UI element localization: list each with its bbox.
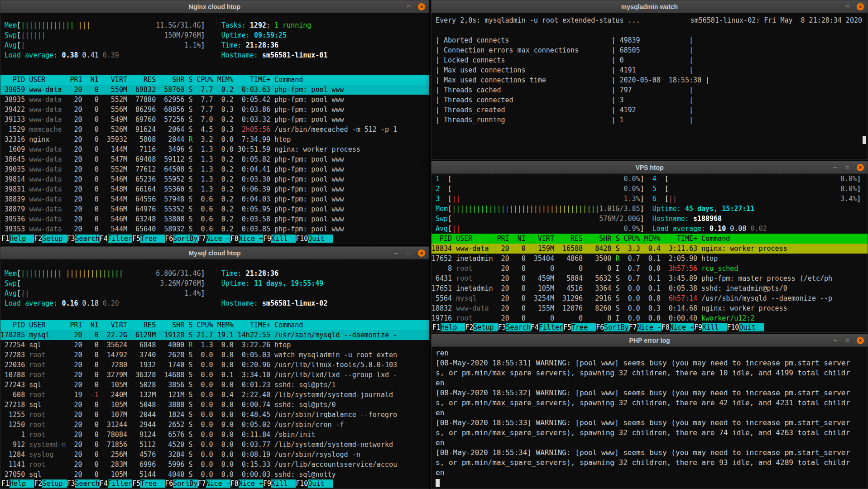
fkey-f6[interactable]: F6SortBy — [165, 479, 197, 488]
terminal-mysql-htop[interactable]: Mem[|||||||||| ||||||||||||||6.80G/31.4G… — [0, 259, 429, 489]
fkey-f10[interactable]: F10Quit — [727, 323, 763, 331]
fkey-f6[interactable]: F6SortBy — [165, 235, 197, 243]
process-row[interactable]: 27243 sql 20 0 105M 5028 3856 S 0.0 0.0 … — [0, 380, 429, 390]
process-row[interactable]: 608 root 19 -1 240M 132M 121M S 0.0 0.4 … — [0, 390, 429, 400]
fkey-f6[interactable]: F6SortBy — [596, 323, 628, 331]
process-row[interactable]: 8 root 20 0 0 0 0 I 0.7 0.0 3h57:56 rcu_… — [432, 264, 868, 273]
process-row[interactable]: 912 systemd-n 20 0 71856 5112 4520 S 0.0… — [0, 440, 429, 450]
fkey-f7[interactable]: F7Nice - — [198, 235, 230, 243]
process-row[interactable]: 39035 www-data 20 0 552M 77612 64508 S 1… — [0, 164, 429, 174]
process-row[interactable]: 1141 root 20 0 283M 6996 5996 S 0.0 0.0 … — [0, 460, 429, 470]
close-icon[interactable]: × — [418, 249, 425, 257]
fkey-f8[interactable]: F8Nice + — [230, 479, 263, 488]
process-row[interactable]: 38935 www-data 20 0 552M 77880 62956 S 7… — [0, 95, 429, 105]
minimize-icon[interactable]: – — [393, 3, 400, 10]
table-header-row[interactable]: PID USER PRI NI VIRT RES SHR S CPU% MEM%… — [0, 75, 429, 85]
fkey-f8[interactable]: F8Nice + — [662, 323, 694, 331]
maximize-icon[interactable]: □ — [844, 164, 851, 171]
process-row[interactable]: 1 root 20 0 78084 9124 6576 S 0.0 0.0 0:… — [0, 430, 429, 440]
process-row[interactable]: 38645 www-data 20 0 547M 69408 59112 S 1… — [0, 154, 429, 164]
process-row[interactable]: 1284 syslog 20 0 256M 4576 3284 S 0.0 0.… — [0, 450, 429, 460]
process-row[interactable]: 6431 root 20 0 459M 5884 5632 S 0.7 0.1 … — [432, 273, 868, 283]
process-row[interactable]: 1529 memcache 20 0 526M 91624 2064 S 4.5… — [0, 125, 429, 134]
process-row[interactable]: 22036 root 20 0 7280 1932 1740 S 0.0 0.0… — [0, 360, 429, 370]
process-row[interactable]: 27254 sql 20 0 35624 6848 4000 R 1.3 0.0… — [0, 340, 429, 350]
process-row[interactable]: 39133 www-data 20 0 549M 69760 57256 S 7… — [0, 115, 429, 125]
process-row[interactable]: 10788 root 20 0 3279M 36328 14688 S 0.0 … — [0, 370, 429, 380]
table-header-row[interactable]: PID USER PRI NI VIRT RES SHR S CPU% MEM%… — [0, 320, 429, 330]
process-row[interactable]: 27218 sql 20 0 105M 5048 3888 S 0.0 0.0 … — [0, 400, 429, 410]
maximize-icon[interactable]: □ — [405, 3, 412, 10]
fkey-f4[interactable]: F4Filter — [531, 323, 563, 331]
terminal-nginx-htop[interactable]: Mem[||||||||||||| |||11.5G/31.4G]Tasks: … — [0, 13, 429, 244]
close-icon[interactable]: × — [857, 3, 864, 10]
close-icon[interactable]: × — [857, 164, 864, 171]
terminal-php-error-log[interactable]: ren [08-May-2020 18:55:31] WARNING: [poo… — [432, 347, 868, 489]
terminal-vps-htop[interactable]: 1 [0.0%]4 [0.0%]2 [0.0%]5 [0.0%]3 [||1.3… — [432, 174, 868, 332]
cell-res: 65236 — [131, 175, 160, 183]
fkey-f1[interactable]: F1Help — [432, 323, 465, 331]
minimize-icon[interactable]: – — [393, 249, 400, 257]
fkey-f2[interactable]: F2Setup — [34, 235, 67, 243]
process-row[interactable]: 1609 www-data 20 0 144M 7116 3496 S 1.3 … — [0, 144, 429, 154]
titlebar[interactable]: Mysql cloud htop – □ × — [0, 247, 429, 259]
fkey-f4[interactable]: F4Filter — [100, 235, 132, 243]
fkey-label: Filter — [108, 235, 132, 243]
process-row[interactable]: 39536 www-data 20 0 546M 63248 53808 S 0… — [0, 214, 429, 224]
fkey-f5[interactable]: F5Tree — [132, 235, 165, 243]
titlebar[interactable]: Nginx cloud htop – □ × — [0, 0, 429, 13]
fkey-f4[interactable]: F4Filter — [100, 479, 132, 488]
cell-s: S — [188, 185, 197, 193]
fkey-f5[interactable]: F5Tree — [132, 479, 165, 488]
process-row[interactable]: 38879 www-data 20 0 546M 64976 55352 S 0… — [0, 204, 429, 214]
minimize-icon[interactable]: – — [831, 164, 839, 171]
fkey-f7[interactable]: F7Nice - — [198, 479, 230, 488]
process-row[interactable]: 18832 www-data 20 0 155M 12076 8260 S 0.… — [432, 303, 868, 313]
process-row[interactable]: 17651 inetadmin 20 0 105M 4516 3364 S 0.… — [432, 283, 868, 293]
minimize-icon[interactable]: – — [831, 337, 839, 344]
fkey-f8[interactable]: F8Nice + — [230, 235, 263, 243]
fkey-f7[interactable]: F7Nice - — [629, 323, 662, 331]
close-icon[interactable]: × — [418, 3, 425, 10]
close-icon[interactable]: × — [857, 337, 864, 344]
process-row[interactable]: 1255 root 20 0 107M 2044 1824 S 0.0 0.0 … — [0, 410, 429, 420]
fkey-f1[interactable]: F1Help — [1, 479, 34, 488]
fkey-f2[interactable]: F2Setup — [465, 323, 498, 331]
titlebar[interactable]: mysqladmin watch – □ × — [432, 0, 868, 13]
fkey-f3[interactable]: F3Search — [498, 323, 531, 331]
process-row[interactable]: 178285 mysql 20 0 22.2G 6129M 19128 S 21… — [0, 330, 429, 340]
minimize-icon[interactable]: – — [831, 3, 839, 10]
process-row[interactable]: 1250 root 20 0 31244 2944 2652 S 0.0 0.0… — [0, 420, 429, 430]
fkey-f3[interactable]: F3Search — [67, 235, 100, 243]
process-row[interactable]: 32316 nginx 20 0 35932 5808 2844 R 3.2 0… — [0, 134, 429, 144]
process-row[interactable]: 27283 root 20 0 14792 3740 2628 S 0.0 0.… — [0, 350, 429, 360]
terminal-mysqladmin-watch[interactable]: Every 2,0s: mysqladmin -u root extended-… — [432, 13, 868, 159]
maximize-icon[interactable]: □ — [844, 3, 851, 10]
process-row[interactable]: 18834 www-data 20 0 159M 16588 8428 S 3.… — [432, 244, 868, 254]
fkey-f10[interactable]: F10Quit — [296, 235, 332, 243]
process-row[interactable]: 19716 root 20 0 0 0 0 I 0.0 0.0 0:00.40 … — [432, 313, 868, 323]
process-row[interactable]: 38839 www-data 20 0 544M 64556 57948 S 0… — [0, 194, 429, 204]
process-row[interactable]: 39814 www-data 20 0 546M 65236 55952 S 1… — [0, 174, 429, 184]
fkey-f9[interactable]: F9Kill — [263, 235, 296, 243]
fkey-f9[interactable]: F9Kill — [694, 323, 727, 331]
fkey-f2[interactable]: F2Setup — [34, 479, 67, 488]
maximize-icon[interactable]: □ — [844, 337, 851, 344]
fkey-f10[interactable]: F10Quit — [296, 479, 332, 488]
fkey-f3[interactable]: F3Search — [67, 479, 100, 488]
process-row[interactable]: 27050 sql 20 0 105M 5144 4040 S 0.0 0.0 … — [0, 470, 429, 479]
maximize-icon[interactable]: □ — [405, 249, 412, 257]
fkey-f5[interactable]: F5Tree — [563, 323, 596, 331]
process-row[interactable]: 39353 www-data 20 0 544M 65640 58932 S 0… — [0, 224, 429, 234]
table-header-row[interactable]: PID USER PRI NI VIRT RES SHR S CPU% MEM%… — [432, 234, 868, 244]
process-row[interactable]: 39422 www-data 20 0 556M 86296 68856 S 7… — [0, 105, 429, 115]
process-row[interactable]: 17652 inetadmin 20 0 35404 4868 3500 R 0… — [432, 254, 868, 264]
cell-ni: 0 — [86, 175, 103, 183]
fkey-f1[interactable]: F1Help — [1, 235, 34, 243]
process-row[interactable]: 5564 mysql 20 0 3254M 31296 2916 S 0.0 0… — [432, 293, 868, 303]
process-row[interactable]: 39059 www-data 20 0 550M 69832 58760 S 7… — [0, 85, 429, 95]
titlebar[interactable]: PHP error log – □ × — [432, 334, 868, 347]
process-row[interactable]: 39831 www-data 20 0 548M 66164 55360 S 1… — [0, 184, 429, 194]
fkey-f9[interactable]: F9Kill — [263, 479, 296, 488]
titlebar[interactable]: VPS htop – □ × — [432, 161, 868, 174]
